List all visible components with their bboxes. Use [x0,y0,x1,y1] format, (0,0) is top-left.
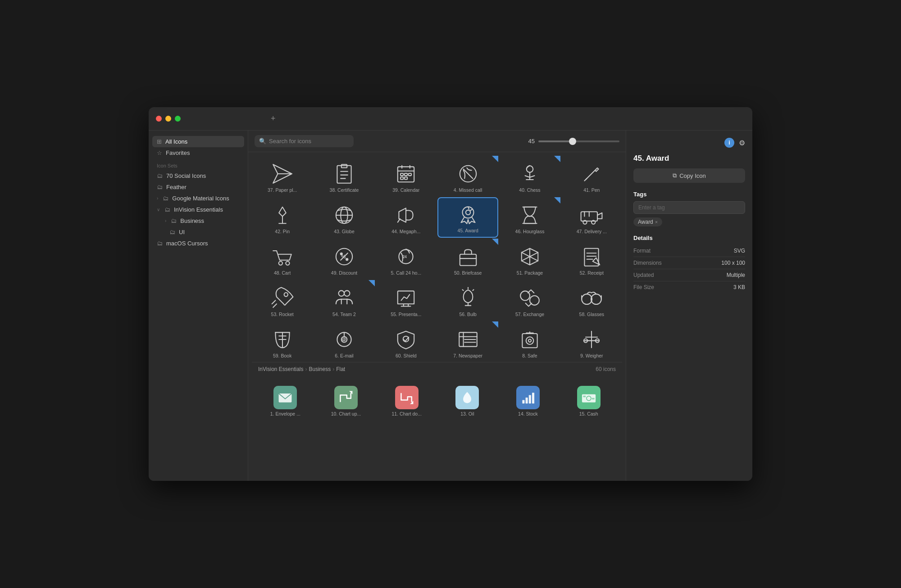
slider-value: 45 [528,138,535,145]
icon-label-6: 6. E-mail [335,353,353,358]
icon-cell-38[interactable]: 38. Certificate [314,156,374,196]
svg-rect-13 [409,173,411,176]
detail-row-dimensions: Dimensions 100 x 100 [633,257,745,269]
icon-cell-48[interactable]: 48. Cart [252,239,313,279]
colored-icon-cell-1[interactable]: 1. Envelope ... [255,380,315,420]
copy-icon-button[interactable]: ⧉ Copy Icon [633,168,745,183]
icon-cell-6[interactable]: @ 6. E-mail [314,321,374,362]
colored-icons-grid: 1. Envelope ... 10. Chart up... [252,376,622,424]
icon-label-51: 51. Package [517,270,543,276]
svg-rect-85 [522,334,537,348]
colored-icon-cell-14[interactable]: 14. Stock [498,380,558,420]
feather-label: Feather [166,184,187,190]
toolbar: 🔍 45 [248,131,626,152]
info-icon[interactable]: i [724,138,734,148]
icon-cell-49[interactable]: % 49. Discount [314,239,374,279]
colored-icon-cell-13[interactable]: 13. Oil [437,380,497,420]
sidebar-item-ui[interactable]: 🗂 UI [152,226,244,238]
details-section: Details Format SVG Dimensions 100 x 100 … [633,235,745,293]
folder-icon-3: 🗂 [163,195,168,202]
search-input[interactable] [269,138,349,145]
sidebar-item-all-icons[interactable]: ⊞ All Icons [152,136,244,147]
folder-icon-7: 🗂 [157,240,163,247]
app-window: + ⊞ All Icons ☆ Favorites Icon Sets 🗂 70… [149,107,752,481]
icon-cell-53[interactable]: 53. Rocket [252,280,313,321]
icon-svg-38 [332,162,356,185]
icon-cell-54[interactable]: 54. Team 2 [314,280,374,321]
icon-cell-7[interactable]: 7. Newspaper [437,321,498,362]
icon-svg-52 [580,245,603,268]
sidebar-item-invision[interactable]: ∨ 🗂 InVision Essentials [152,204,244,215]
minimize-button[interactable] [165,116,171,122]
icon-svg-43 [332,204,356,227]
icon-cell-50[interactable]: 50. Briefcase [437,239,498,279]
tag-input[interactable] [633,201,745,214]
chevron-right-icon-2: › [165,218,166,223]
icon-cell-52[interactable]: 52. Receipt [561,239,622,279]
icon-cell-47[interactable]: 47. Delivery ... [561,197,622,238]
svg-line-25 [398,219,400,222]
icon-cell-5[interactable]: 24 5. Call 24 ho... [376,239,437,279]
icon-label-40: 40. Chess [519,187,540,193]
icon-cell-40[interactable]: 40. Chess [499,156,560,196]
tag-award-remove[interactable]: × [655,219,658,225]
sidebar-item-macos[interactable]: 🗂 macOS Cursors [152,238,244,249]
colored-icon-envelope [273,386,297,409]
icon-cell-46[interactable]: 46. Hourglass [499,197,560,238]
svg-rect-11 [400,173,403,176]
search-box: 🔍 [255,135,354,147]
fullscreen-button[interactable] [175,116,181,122]
icon-cell-37[interactable]: 37. Paper pl... [252,156,313,196]
sidebar-item-google[interactable]: › 🗂 Google Material Icons [152,193,244,204]
icon-cell-58[interactable]: 58. Glasses [561,280,622,321]
sidebar-item-feather[interactable]: 🗂 Feather [152,181,244,193]
add-tab-button[interactable]: + [271,114,276,123]
svg-line-29 [470,209,472,211]
breadcrumb-sep-2: › [332,366,334,372]
sidebar-item-business[interactable]: › 🗂 Business [152,215,244,226]
icon-cell-43[interactable]: 43. Globe [314,197,374,238]
sidebar-item-social[interactable]: 🗂 70 Social Icons [152,170,244,181]
icon-cell-44[interactable]: 44. Megaph... [376,197,437,238]
ui-label: UI [179,229,185,235]
sidebar-item-favorites[interactable]: ☆ Favorites [152,147,244,158]
folder-icon-6: 🗂 [169,229,175,235]
folder-icon: 🗂 [157,172,163,179]
folder-icon-5: 🗂 [171,217,177,224]
colored-icon-cell-11[interactable]: 11. Chart do... [377,380,437,420]
breadcrumb-1[interactable]: InVision Essentials [258,366,304,372]
search-icon: 🔍 [259,138,266,145]
icon-cell-4[interactable]: 4. Missed call [437,156,498,196]
icon-svg-54 [332,286,356,310]
icon-cell-55[interactable]: 55. Presenta... [376,280,437,321]
icon-svg-9 [580,328,603,351]
icon-cell-39[interactable]: 39. Calendar [376,156,437,196]
icon-cell-9[interactable]: 9. Weigher [561,321,622,362]
icon-cell-41[interactable]: 41. Pen [561,156,622,196]
icon-label-5: 5. Call 24 ho... [391,270,421,276]
icon-cell-60[interactable]: 60. Shield [376,321,437,362]
svg-rect-14 [400,177,403,179]
filter-icon[interactable]: ⚙ [739,139,745,147]
icon-cell-56[interactable]: 56. Bulb [437,280,498,321]
icon-cell-45[interactable]: 45. Award [437,197,498,238]
close-button[interactable] [156,116,162,122]
breadcrumb-3[interactable]: Flat [336,366,345,372]
icon-cell-42[interactable]: 42. Pin [252,197,313,238]
breadcrumb-2[interactable]: Business [309,366,331,372]
icon-cell-57[interactable]: 57. Exchange [499,280,560,321]
icon-svg-39 [394,162,418,185]
macos-label: macOS Cursors [166,240,208,247]
colored-icon-cell-10[interactable]: 10. Chart up... [316,380,376,420]
icon-cell-8[interactable]: 8. Safe [499,321,560,362]
icon-label-55: 55. Presenta... [391,312,421,317]
icon-cell-51[interactable]: 51. Package [499,239,560,279]
icon-label-42: 42. Pin [275,229,290,234]
colored-icon-cell-15[interactable]: 15. Cash [559,380,619,420]
icon-svg-44 [394,204,418,227]
size-slider[interactable] [538,140,619,142]
icons-grid-area: 37. Paper pl... 38. Cert [248,152,626,481]
icon-svg-48 [271,245,294,268]
icon-cell-59[interactable]: 59. Book [252,321,313,362]
grid-icon: ⊞ [157,138,162,145]
